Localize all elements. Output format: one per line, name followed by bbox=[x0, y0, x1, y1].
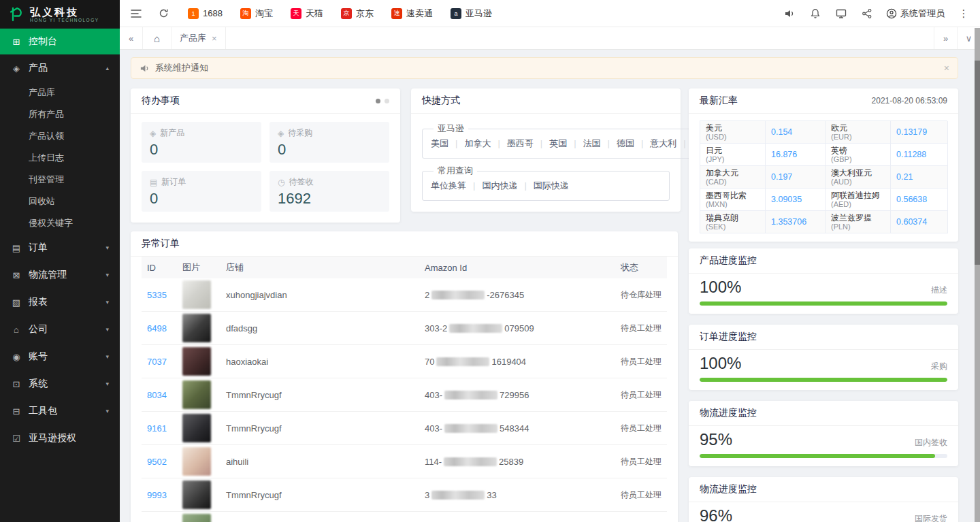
refresh-icon[interactable] bbox=[157, 7, 170, 20]
order-id-link[interactable]: 7037 bbox=[142, 357, 177, 367]
tab-product-library[interactable]: 产品库 × bbox=[172, 27, 226, 49]
shortcut-link[interactable]: 德国 bbox=[601, 138, 634, 148]
carousel-dot[interactable] bbox=[385, 99, 389, 103]
bell-icon[interactable] bbox=[808, 7, 822, 20]
table-row[interactable]: 8034 TmmnRrycugf 403-729956 待员工处理 bbox=[142, 378, 667, 412]
group-legend: 亚马逊 bbox=[434, 123, 468, 135]
shortcut-link[interactable]: 国内快递 bbox=[466, 180, 517, 191]
screenshot-icon[interactable] bbox=[834, 7, 848, 20]
app-title: 弘义科技 bbox=[30, 6, 99, 18]
card-title: 待办事项 bbox=[142, 95, 180, 107]
sidebar-subitem[interactable]: 所有产品 bbox=[0, 103, 120, 125]
order-id-link[interactable]: 9502 bbox=[142, 457, 177, 467]
share-icon[interactable] bbox=[860, 7, 874, 20]
sidebar-item[interactable]: ☑ 亚马逊授权 bbox=[0, 425, 120, 452]
sidebar-item-label: 报表 bbox=[29, 296, 48, 308]
tabs-scroll-right-icon[interactable]: » bbox=[934, 27, 957, 49]
progress-column: 产品进度监控 100% 描述 订单进度监控 100% 采购 bbox=[689, 248, 958, 522]
product-image bbox=[182, 280, 211, 309]
scrollbar[interactable] bbox=[975, 28, 980, 522]
sidebar-subitem[interactable]: 上传日志 bbox=[0, 147, 120, 169]
order-id-link[interactable]: 5335 bbox=[142, 290, 177, 300]
order-id-link[interactable]: 6498 bbox=[142, 323, 177, 333]
sidebar-item[interactable]: ⊡ 系统 ▾ bbox=[0, 370, 120, 397]
sidebar-item[interactable]: ⊠ 物流管理 ▾ bbox=[0, 261, 120, 289]
product-image bbox=[182, 347, 211, 376]
currency-name: 美元(USD) bbox=[700, 121, 766, 144]
card-title: 物流进度监控 bbox=[700, 483, 757, 495]
stat-icon: ▤ bbox=[150, 178, 157, 187]
table-row[interactable]: 9502 aihuili 114-25839 待员工处理 bbox=[142, 445, 667, 478]
sidebar-subitem[interactable]: 侵权关键字 bbox=[0, 212, 120, 234]
carousel-dot[interactable] bbox=[376, 99, 380, 103]
stat-label: 待采购 bbox=[288, 127, 312, 139]
store-link[interactable]: a 亚马逊 bbox=[451, 7, 492, 20]
currency-name: 日元(JPY) bbox=[700, 144, 766, 166]
progress-label: 国际发货 bbox=[915, 513, 947, 522]
store-link[interactable]: 京 京东 bbox=[341, 7, 374, 20]
todo-stat[interactable]: ▤ 新订单 0 bbox=[142, 171, 261, 212]
amazon-id: 403-548344 bbox=[419, 423, 615, 434]
tab-home[interactable]: ⌂ bbox=[143, 27, 172, 49]
order-id-link[interactable]: 9161 bbox=[142, 423, 177, 434]
menu-fold-icon[interactable] bbox=[129, 7, 143, 20]
sidebar-item[interactable]: ▤ 订单 ▾ bbox=[0, 234, 120, 261]
table-row[interactable] bbox=[142, 512, 667, 522]
sidebar-item-label: 控制台 bbox=[29, 35, 57, 48]
sidebar-item[interactable]: ⊟ 工具包 ▾ bbox=[0, 397, 120, 425]
chevron-up-icon: ▴ bbox=[105, 65, 109, 71]
rate-row: 加拿大元(CAD) 0.197 澳大利亚元(AUD) 0.21 bbox=[700, 166, 947, 189]
shortcut-link[interactable]: 英国 bbox=[534, 138, 567, 148]
tabs-scroll-left-icon[interactable]: « bbox=[120, 27, 143, 49]
store-icon: 淘 bbox=[240, 8, 251, 19]
notice-banner: 系统维护通知 × bbox=[131, 57, 958, 79]
scrollbar-thumb[interactable] bbox=[975, 61, 980, 265]
todo-stat[interactable]: ◈ 新产品 0 bbox=[142, 122, 261, 163]
amazon-id: 303-2079509 bbox=[419, 323, 615, 333]
rate-row: 瑞典克朗(SEK) 1.353706 波兰兹罗提(PLN) 0.60374 bbox=[700, 211, 947, 233]
store-link[interactable]: 1 1688 bbox=[188, 8, 223, 19]
shortcut-link[interactable]: 单位换算 bbox=[431, 180, 466, 191]
sidebar-subitem[interactable]: 刊登管理 bbox=[0, 169, 120, 191]
store-link[interactable]: 淘 淘宝 bbox=[240, 7, 273, 20]
table-row[interactable]: 9993 TmmnRrycugf 333 待员工处理 bbox=[142, 478, 667, 512]
sidebar-item-product[interactable]: ◈ 产品 ▴ bbox=[0, 54, 120, 82]
user-menu[interactable]: 系统管理员 bbox=[886, 7, 945, 20]
stat-value: 0 bbox=[278, 141, 381, 159]
sidebar-subitem[interactable]: 产品认领 bbox=[0, 125, 120, 147]
sidebar-subitem[interactable]: 产品库 bbox=[0, 82, 120, 103]
table-row[interactable]: 9161 TmmnRrycugf 403-548344 待员工处理 bbox=[142, 412, 667, 445]
shortcut-link[interactable]: 加拿大 bbox=[448, 138, 491, 148]
order-id-link[interactable]: 9993 bbox=[142, 490, 177, 500]
store-link[interactable]: 速 速卖通 bbox=[391, 7, 433, 20]
shortcut-link[interactable]: 国际快递 bbox=[517, 180, 568, 191]
product-image bbox=[182, 480, 211, 509]
table-row[interactable]: 5335 xuhongjiajvdian 2-2676345 待仓库处理 bbox=[142, 278, 667, 312]
table-row[interactable]: 6498 dfadsgg 303-2079509 待员工处理 bbox=[142, 312, 667, 345]
shortcut-link[interactable]: 墨西哥 bbox=[491, 138, 533, 148]
volume-icon[interactable] bbox=[783, 7, 796, 20]
sidebar-item-console[interactable]: ⊞ 控制台 bbox=[0, 29, 120, 54]
todo-stat[interactable]: ◈ 待采购 0 bbox=[270, 122, 389, 163]
chevron-down-icon: ▾ bbox=[105, 272, 109, 278]
tab-bar: « ⌂ 产品库 × » ∨ bbox=[120, 27, 980, 50]
more-menu-icon[interactable]: ⋮ bbox=[957, 7, 970, 20]
sidebar-item[interactable]: ◉ 账号 ▾ bbox=[0, 343, 120, 370]
shortcut-link[interactable]: 意大利 bbox=[634, 138, 676, 148]
shortcut-link[interactable]: 美国 bbox=[431, 138, 448, 148]
sidebar-subitem[interactable]: 回收站 bbox=[0, 191, 120, 212]
store-link[interactable]: 天 天猫 bbox=[291, 7, 323, 20]
progress-percent: 95% bbox=[700, 430, 732, 449]
tab-close-icon[interactable]: × bbox=[212, 33, 217, 44]
notice-close-icon[interactable]: × bbox=[944, 63, 949, 74]
order-id-link[interactable]: 8034 bbox=[142, 390, 177, 400]
sidebar-item[interactable]: ⌂ 公司 ▾ bbox=[0, 316, 120, 343]
table-row[interactable]: 7037 haoxiaokai 701619404 待员工处理 bbox=[142, 345, 667, 378]
todo-stat[interactable]: ◷ 待签收 1692 bbox=[270, 171, 389, 212]
shop-name: haoxiaokai bbox=[220, 357, 419, 367]
shortcut-link[interactable]: 法国 bbox=[567, 138, 600, 148]
currency-rate: 3.09035 bbox=[766, 189, 826, 211]
card-title: 订单进度监控 bbox=[700, 331, 757, 343]
card-title: 物流进度监控 bbox=[700, 407, 757, 419]
sidebar-item[interactable]: ▧ 报表 ▾ bbox=[0, 289, 120, 316]
